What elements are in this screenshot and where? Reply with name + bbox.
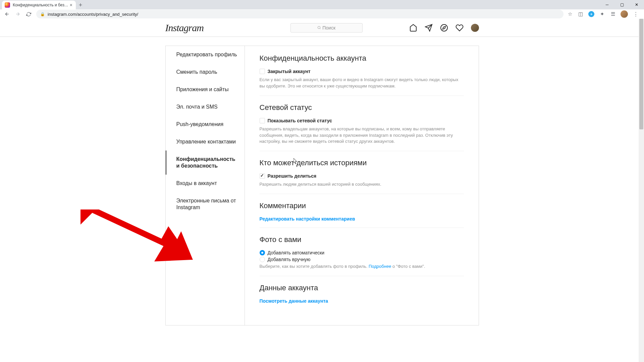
settings-sidebar: Редактировать профиль Сменить пароль При…: [166, 46, 245, 325]
close-window-button[interactable]: ✕: [629, 0, 644, 9]
star-icon[interactable]: ☆: [567, 11, 573, 17]
url-text: instagram.com/accounts/privacy_and_secur…: [48, 12, 138, 17]
learn-more-link[interactable]: Подробнее: [369, 264, 391, 269]
svg-point-0: [318, 26, 320, 28]
messenger-icon[interactable]: [425, 24, 433, 32]
maximize-button[interactable]: ▢: [614, 0, 629, 9]
svg-marker-2: [442, 26, 445, 29]
section-title: Сетевой статус: [260, 103, 464, 112]
section-title: Фото с вами: [260, 235, 464, 244]
extensions-puzzle-icon[interactable]: ✦: [599, 11, 605, 17]
browser-chrome: ─ ▢ ✕ Конфиденциальность и безопа × + 🔒 …: [0, 0, 644, 19]
section-account-data: Данные аккаунта Посмотреть данные аккаун…: [260, 284, 464, 310]
telegram-icon[interactable]: ✈: [588, 11, 594, 17]
view-account-data-link[interactable]: Посмотреть данные аккаунта: [260, 298, 464, 304]
window-controls: ─ ▢ ✕: [600, 0, 644, 9]
forward-button[interactable]: [13, 10, 22, 18]
reload-button[interactable]: [24, 10, 33, 18]
settings-content: Конфиденциальность аккаунта Закрытый акк…: [245, 46, 479, 325]
radio-label: Добавлять вручную: [268, 257, 311, 262]
tab-title: Конфиденциальность и безопа: [13, 3, 69, 7]
sidebar-item-login-activity[interactable]: Входы в аккаунт: [166, 175, 245, 192]
sidebar-item-email-sms[interactable]: Эл. почта и SMS: [166, 98, 245, 116]
sidebar-item-edit-profile[interactable]: Редактировать профиль: [166, 46, 245, 63]
explore-icon[interactable]: [440, 24, 448, 32]
profile-avatar[interactable]: [471, 24, 479, 32]
section-title: Комментарии: [260, 201, 464, 210]
address-bar: 🔒 instagram.com/accounts/privacy_and_sec…: [0, 9, 644, 19]
add-manually-radio[interactable]: [260, 257, 265, 262]
edit-comment-settings-link[interactable]: Редактировать настройки комментариев: [260, 216, 464, 222]
section-title: Конфиденциальность аккаунта: [260, 54, 464, 63]
sidebar-item-apps-websites[interactable]: Приложения и сайты: [166, 81, 245, 98]
section-description: Разрешить людям делиться вашей историей …: [260, 181, 464, 188]
section-comments: Комментарии Редактировать настройки комм…: [260, 201, 464, 228]
scrollbar-thumb[interactable]: [639, 19, 643, 129]
sidebar-item-push-notifications[interactable]: Push-уведомления: [166, 116, 245, 133]
section-activity-status: Сетевой статус Показывать сетевой статус…: [260, 103, 464, 152]
section-description: Если у вас закрытый аккаунт, ваши фото и…: [260, 77, 464, 89]
toolbar-right: ☆ ◫ ✈ ✦ ☰ ⋮: [567, 10, 641, 18]
section-title: Кто может делиться историями: [260, 159, 464, 167]
add-automatically-radio[interactable]: [260, 250, 265, 255]
instagram-header: Instagram Поиск: [0, 19, 644, 37]
instagram-logo[interactable]: Instagram: [165, 22, 204, 34]
browser-tab[interactable]: Конфиденциальность и безопа ×: [2, 1, 76, 9]
sidebar-item-change-password[interactable]: Сменить пароль: [166, 63, 245, 81]
section-description: Разрешить владельцам аккаунтов, на котор…: [260, 126, 464, 145]
section-story-sharing: Кто может делиться историями Разрешить д…: [260, 159, 464, 194]
search-placeholder: Поиск: [322, 25, 335, 31]
section-description: Выберите, как вы хотите добавлять фото в…: [260, 263, 464, 270]
url-input[interactable]: 🔒 instagram.com/accounts/privacy_and_sec…: [36, 10, 564, 18]
lock-icon: 🔒: [40, 12, 45, 16]
sidebar-item-emails-from-instagram[interactable]: Электронные письма от Instagram: [166, 192, 245, 216]
back-button[interactable]: [3, 10, 11, 18]
new-tab-button[interactable]: +: [76, 1, 85, 9]
tab-bar: Конфиденциальность и безопа × +: [0, 0, 644, 9]
checkbox-label: Показывать сетевой статус: [268, 118, 332, 123]
minimize-button[interactable]: ─: [600, 0, 614, 9]
checkbox-label: Разрешить делиться: [268, 173, 317, 179]
radio-label: Добавлять автоматически: [268, 250, 325, 255]
svg-point-1: [441, 24, 447, 31]
extension-icon[interactable]: ◫: [578, 11, 584, 17]
section-account-privacy: Конфиденциальность аккаунта Закрытый акк…: [260, 54, 464, 96]
close-tab-icon[interactable]: ×: [69, 2, 73, 8]
reading-list-icon[interactable]: ☰: [610, 11, 616, 17]
heart-icon[interactable]: [455, 24, 464, 32]
chrome-profile-avatar[interactable]: [621, 10, 628, 18]
header-nav: [409, 24, 479, 32]
home-icon[interactable]: [409, 24, 417, 32]
section-photos-of-you: Фото с вами Добавлять автоматически Доба…: [260, 235, 464, 276]
kebab-menu-icon[interactable]: ⋮: [633, 11, 639, 17]
instagram-favicon: [5, 2, 10, 8]
sidebar-item-privacy-security[interactable]: Конфиденциальность и безопасность: [166, 150, 245, 175]
section-title: Данные аккаунта: [260, 284, 464, 292]
settings-container: Редактировать профиль Сменить пароль При…: [165, 46, 479, 325]
allow-sharing-checkbox[interactable]: [260, 173, 265, 179]
private-account-checkbox[interactable]: [260, 69, 265, 74]
activity-status-checkbox[interactable]: [260, 118, 265, 123]
sidebar-item-manage-contacts[interactable]: Управление контактами: [166, 133, 245, 150]
search-input[interactable]: Поиск: [290, 23, 363, 33]
checkbox-label: Закрытый аккаунт: [268, 69, 311, 74]
search-icon: [317, 26, 321, 29]
